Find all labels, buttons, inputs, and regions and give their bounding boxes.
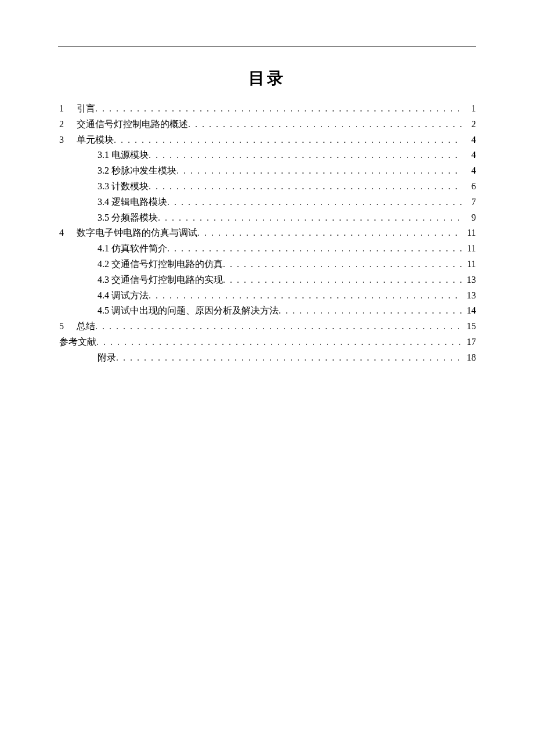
toc-dot-leader: . . . . . . . . . . . . . . . . . . . . … (114, 133, 462, 147)
horizontal-rule (58, 46, 476, 47)
toc-entry-page: 11 (462, 242, 476, 256)
toc-entry: 5总结. . . . . . . . . . . . . . . . . . .… (58, 319, 476, 334)
toc-entry-label: 4.3 交通信号灯控制电路的实现 (77, 273, 223, 287)
toc-entry: 3.3 计数模块. . . . . . . . . . . . . . . . … (58, 179, 476, 195)
toc-entry-number (58, 304, 77, 318)
toc-entry: 1引言. . . . . . . . . . . . . . . . . . .… (58, 101, 476, 117)
toc-entry-label: 参考文献 (59, 335, 96, 350)
toc-entry: 3.1 电源模块. . . . . . . . . . . . . . . . … (58, 147, 476, 163)
toc-dot-leader: . . . . . . . . . . . . . . . . . . . . … (176, 164, 462, 178)
toc-entry: 3.2 秒脉冲发生模块. . . . . . . . . . . . . . .… (58, 163, 476, 179)
toc-entry: 4.4 调试方法. . . . . . . . . . . . . . . . … (58, 288, 476, 304)
toc-entry-page: 4 (462, 164, 476, 178)
toc-entry-label: 引言 (77, 102, 95, 116)
toc-entry-label: 4.4 调试方法 (77, 289, 149, 303)
toc-dot-leader: . . . . . . . . . . . . . . . . . . . . … (167, 195, 462, 210)
toc-entry-number (58, 257, 77, 272)
toc-entry-number: 5 (58, 319, 77, 334)
toc-entry: 2交通信号灯控制电路的概述. . . . . . . . . . . . . .… (58, 117, 476, 132)
toc-entry-page: 4 (462, 148, 476, 163)
toc-dot-leader: . . . . . . . . . . . . . . . . . . . . … (223, 257, 462, 272)
toc-entry-page: 13 (462, 273, 476, 287)
toc-entry-page: 4 (462, 133, 476, 147)
toc-entry-page: 7 (462, 195, 476, 210)
toc-entry-number (58, 242, 77, 256)
toc-entry-page: 18 (462, 351, 476, 365)
toc-entry-number (58, 179, 77, 194)
toc-entry-label: 附录 (77, 351, 116, 365)
toc-dot-leader: . . . . . . . . . . . . . . . . . . . . … (95, 319, 462, 334)
toc-dot-leader: . . . . . . . . . . . . . . . . . . . . … (116, 351, 462, 365)
toc-entry: 4.3 交通信号灯控制电路的实现. . . . . . . . . . . . … (58, 272, 476, 288)
toc-entry-page: 2 (462, 117, 476, 132)
toc-dot-leader: . . . . . . . . . . . . . . . . . . . . … (95, 102, 462, 116)
toc-entry-label: 4.1 仿真软件简介 (77, 242, 167, 256)
toc-entry: 3.5 分频器模块. . . . . . . . . . . . . . . .… (58, 210, 476, 226)
toc-entry-label: 3.4 逻辑电路模块 (77, 195, 167, 210)
toc-entry-page: 6 (462, 179, 476, 194)
toc-entry: 附录. . . . . . . . . . . . . . . . . . . … (58, 350, 476, 366)
toc-entry: 3单元模块. . . . . . . . . . . . . . . . . .… (58, 132, 476, 148)
toc-entry: 4.1 仿真软件简介. . . . . . . . . . . . . . . … (58, 241, 476, 257)
toc-entry-page: 15 (462, 319, 476, 334)
toc-entry-number (58, 195, 77, 210)
toc-entry-page: 13 (462, 289, 476, 303)
toc-entry-number (58, 351, 77, 365)
toc-entry-number: 2 (58, 117, 77, 132)
toc-dot-leader: . . . . . . . . . . . . . . . . . . . . … (188, 117, 462, 132)
toc-entry-label: 4.5 调试中出现的问题、原因分析及解决方法 (77, 304, 279, 318)
toc-dot-leader: . . . . . . . . . . . . . . . . . . . . … (279, 304, 462, 318)
toc-entry-number (58, 164, 77, 178)
toc-dot-leader: . . . . . . . . . . . . . . . . . . . . … (149, 179, 462, 194)
toc-entry-page: 11 (462, 226, 476, 240)
toc-entry-number: 3 (58, 133, 77, 147)
toc-title: 目录 (58, 67, 476, 89)
toc-entry-number: 4 (58, 226, 77, 240)
toc-dot-leader: . . . . . . . . . . . . . . . . . . . . … (167, 242, 462, 256)
toc-entry-label: 3.1 电源模块 (77, 148, 149, 163)
toc-entry-label: 4.2 交通信号灯控制电路的仿真 (77, 257, 223, 272)
toc-entry: 参考文献. . . . . . . . . . . . . . . . . . … (58, 334, 476, 350)
toc-entry-label: 交通信号灯控制电路的概述 (77, 117, 188, 132)
toc-dot-leader: . . . . . . . . . . . . . . . . . . . . … (149, 289, 462, 303)
document-page: 目录 1引言. . . . . . . . . . . . . . . . . … (0, 0, 534, 366)
toc-entry-number (58, 289, 77, 303)
toc-entry-label: 3.2 秒脉冲发生模块 (77, 164, 176, 178)
toc-entry-page: 11 (462, 257, 476, 272)
toc-dot-leader: . . . . . . . . . . . . . . . . . . . . … (223, 273, 462, 287)
toc-entry-page: 17 (462, 335, 476, 350)
toc-entry-number (58, 148, 77, 163)
toc-dot-leader: . . . . . . . . . . . . . . . . . . . . … (96, 335, 462, 350)
toc-entry-label: 3.3 计数模块 (77, 179, 149, 194)
toc-entry-label: 单元模块 (77, 133, 114, 147)
toc-dot-leader: . . . . . . . . . . . . . . . . . . . . … (197, 226, 462, 240)
toc-entry-number: 1 (58, 102, 77, 116)
toc-entry-page: 14 (462, 304, 476, 318)
toc-entry-page: 1 (462, 102, 476, 116)
toc-entry: 3.4 逻辑电路模块. . . . . . . . . . . . . . . … (58, 195, 476, 210)
toc-entry-label: 3.5 分频器模块 (77, 211, 158, 225)
toc-entry: 4数字电子钟电路的仿真与调试. . . . . . . . . . . . . … (58, 225, 476, 241)
toc-entry-label: 总结 (77, 319, 95, 334)
toc-entry-page: 9 (462, 211, 476, 225)
toc-entry: 4.5 调试中出现的问题、原因分析及解决方法. . . . . . . . . … (58, 303, 476, 319)
toc-list: 1引言. . . . . . . . . . . . . . . . . . .… (58, 101, 476, 366)
toc-entry-number (58, 273, 77, 287)
toc-dot-leader: . . . . . . . . . . . . . . . . . . . . … (149, 148, 462, 163)
toc-entry-label: 数字电子钟电路的仿真与调试 (77, 226, 197, 240)
toc-dot-leader: . . . . . . . . . . . . . . . . . . . . … (158, 211, 462, 225)
toc-entry-number (58, 211, 77, 225)
toc-entry: 4.2 交通信号灯控制电路的仿真. . . . . . . . . . . . … (58, 257, 476, 272)
